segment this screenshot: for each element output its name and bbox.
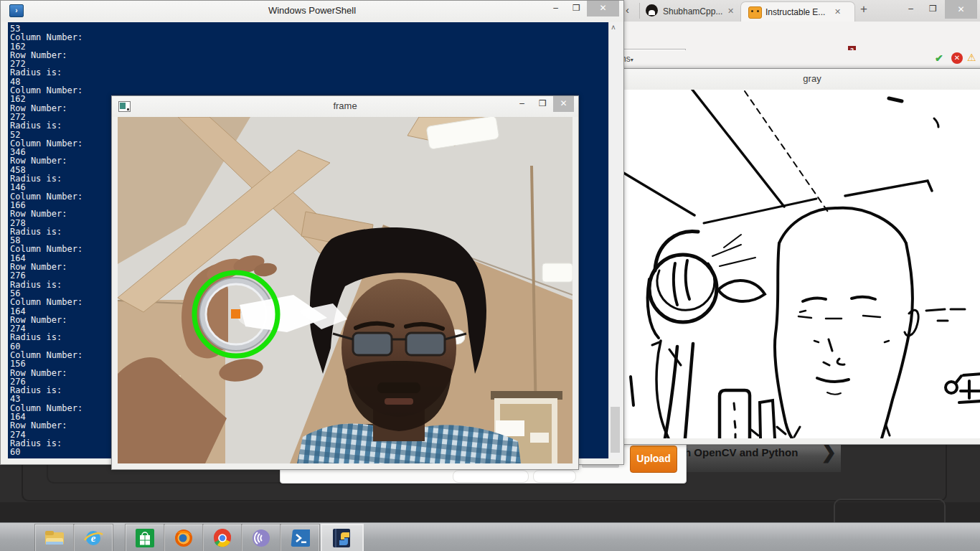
new-tab-button[interactable]: +	[860, 2, 867, 17]
warning-icon[interactable]: ⚠	[967, 52, 976, 63]
minimize-button[interactable]: –	[976, 69, 980, 85]
minimize-button[interactable]: –	[512, 96, 532, 112]
taskbar-python-active[interactable]	[321, 524, 364, 551]
gray-window: gray – ❒ ✕	[578, 68, 980, 445]
github-icon	[646, 4, 658, 17]
gray-titlebar[interactable]: gray – ❒ ✕	[579, 69, 980, 90]
taskbar-windows-store[interactable]	[125, 524, 165, 551]
firefox-icon	[174, 529, 193, 547]
file-explorer-icon	[44, 529, 65, 547]
tab-label: Instructable E...	[765, 7, 825, 17]
python-icon	[332, 528, 352, 548]
scroll-up-icon[interactable]: ˄	[611, 24, 616, 32]
scrollbar-thumb[interactable]	[611, 407, 620, 453]
maximize-button[interactable]: ❒	[566, 1, 587, 17]
edge-drawing	[585, 90, 980, 438]
form-field[interactable]	[453, 470, 529, 483]
taskbar-firefox[interactable]	[164, 524, 204, 551]
bittorrent-icon	[252, 529, 270, 547]
frame-titlebar[interactable]: frame – ❒ ✕	[112, 96, 578, 117]
edge-detection-view	[585, 90, 980, 438]
window-title: gray	[579, 73, 980, 84]
tab-github[interactable]: ShubhamCpp... ✕	[643, 1, 740, 21]
webcam-scene	[118, 117, 573, 463]
desktop: ‹ ShubhamCpp... ✕ Instructable E... ✕ + …	[0, 0, 980, 551]
minimize-button[interactable]: –	[545, 1, 566, 17]
taskbar-bittorrent[interactable]	[241, 524, 281, 551]
taskbar: e	[0, 522, 980, 551]
minimize-button[interactable]: –	[900, 1, 921, 17]
webcam-view	[118, 117, 573, 463]
chrome-icon	[213, 529, 232, 547]
tab-scroll-left-icon[interactable]: ‹	[626, 4, 629, 16]
powershell-titlebar[interactable]: › Windows PowerShell – ❒ ✕	[1, 1, 623, 22]
taskbar-internet-explorer[interactable]: e	[73, 524, 113, 551]
scrollbar[interactable]: ˄	[608, 22, 622, 458]
tab-label: ShubhamCpp...	[663, 6, 722, 17]
error-icon[interactable]: ✕	[951, 52, 963, 64]
frame-window: frame – ❒ ✕	[111, 95, 579, 470]
check-icon[interactable]: ✔	[935, 52, 943, 64]
tab-divider	[639, 3, 640, 19]
window-title: Windows PowerShell	[1, 5, 623, 16]
tab-close-icon[interactable]: ✕	[727, 6, 734, 16]
article-title-fragment: h OpenCV and Python	[684, 446, 798, 458]
taskbar-chrome[interactable]	[202, 524, 242, 551]
powershell-taskbar-icon	[291, 529, 310, 547]
restore-button[interactable]: ❒	[923, 1, 943, 17]
store-icon	[136, 529, 154, 547]
tab-close-icon[interactable]: ✕	[834, 7, 841, 17]
taskbar-file-explorer[interactable]	[34, 524, 75, 551]
instructables-robot-icon	[748, 6, 762, 19]
center-marker	[231, 309, 240, 319]
internet-explorer-icon: e	[83, 529, 103, 547]
upload-button[interactable]: Upload	[630, 446, 677, 473]
close-button[interactable]: ✕	[945, 0, 977, 19]
close-button[interactable]: ✕	[587, 1, 619, 17]
close-button[interactable]: ✕	[553, 96, 574, 112]
window-title: frame	[112, 100, 578, 111]
form-field[interactable]	[533, 470, 576, 483]
tab-instructables[interactable]: Instructable E... ✕	[740, 1, 855, 22]
taskbar-powershell[interactable]	[280, 524, 320, 551]
maximize-button[interactable]: ❒	[532, 96, 553, 112]
